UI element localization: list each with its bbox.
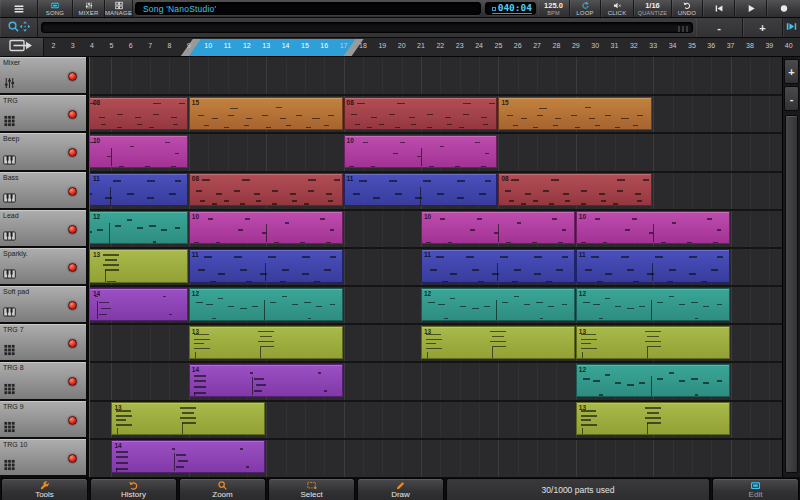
- track-header-trg-8[interactable]: TRG 8: [0, 362, 86, 400]
- part-marker-tool-button[interactable]: [0, 38, 44, 56]
- clip-part-13[interactable]: 13: [111, 402, 265, 435]
- clip-part-08[interactable]: 08: [344, 97, 498, 130]
- clip-part-13[interactable]: 13: [421, 326, 575, 359]
- edit-button[interactable]: Edit: [712, 478, 799, 500]
- note-mark: [371, 166, 375, 168]
- clip-part-08[interactable]: 08: [90, 97, 188, 130]
- clip-part-10[interactable]: 10: [576, 211, 730, 244]
- undo-button[interactable]: UNDO: [672, 0, 703, 17]
- clip-part-10[interactable]: 10: [421, 211, 575, 244]
- clip-part-11[interactable]: 11: [421, 249, 575, 282]
- zoom-out-button[interactable]: -: [696, 18, 743, 37]
- clip-part-08[interactable]: 08: [189, 173, 343, 206]
- note-mark: [218, 273, 225, 275]
- click-button[interactable]: CLICK: [601, 0, 634, 17]
- clip-part-11[interactable]: 11: [189, 249, 343, 282]
- clip-part-12[interactable]: 12: [576, 288, 730, 321]
- manage-button[interactable]: MANAGE: [105, 0, 133, 17]
- clip-part-10[interactable]: 10: [90, 135, 188, 168]
- clip-part-14[interactable]: 14: [189, 364, 343, 397]
- zoom-in-button[interactable]: +: [743, 18, 783, 37]
- note-mark: [165, 142, 170, 144]
- follow-playhead-button[interactable]: [783, 18, 800, 37]
- record-button[interactable]: [767, 0, 800, 17]
- track-header-trg[interactable]: TRG: [0, 95, 86, 133]
- clip-part-13[interactable]: 13: [189, 326, 343, 359]
- clip-part-11[interactable]: 11: [576, 249, 730, 282]
- record-arm-led[interactable]: [68, 339, 77, 348]
- note-mark: [260, 347, 261, 359]
- tool-history-button[interactable]: History: [90, 478, 177, 500]
- record-arm-led[interactable]: [68, 416, 77, 425]
- track-header-bass[interactable]: Bass: [0, 172, 86, 210]
- record-arm-led[interactable]: [68, 187, 77, 196]
- clip-part-11[interactable]: 11: [344, 173, 498, 206]
- note-mark: [184, 434, 193, 435]
- track-header-sparkly-[interactable]: Sparkly.: [0, 248, 86, 286]
- track-header-lead[interactable]: Lead: [0, 210, 86, 248]
- tool-zoom-button[interactable]: Zoom: [179, 478, 266, 500]
- loop-button[interactable]: LOOP: [570, 0, 601, 17]
- track-zoom-out-button[interactable]: -: [784, 86, 799, 111]
- clip-part-14[interactable]: 14: [90, 288, 188, 321]
- track-zoom-in-button[interactable]: +: [784, 59, 799, 84]
- clip-part-08[interactable]: 08: [498, 173, 652, 206]
- record-arm-led[interactable]: [68, 301, 77, 310]
- record-arm-led[interactable]: [68, 225, 77, 234]
- record-arm-led[interactable]: [68, 377, 77, 386]
- track-header-soft-pad[interactable]: Soft pad: [0, 286, 86, 324]
- piano-keys-icon: [3, 306, 16, 318]
- parts-used-status: 30/1000 parts used: [446, 478, 710, 500]
- record-arm-led[interactable]: [68, 263, 77, 272]
- note-mark: [426, 339, 442, 341]
- clip-part-12[interactable]: 12: [421, 288, 575, 321]
- track-header-trg-7[interactable]: TRG 7: [0, 324, 86, 362]
- note-mark: [490, 331, 506, 333]
- vertical-scroll-thumb[interactable]: [785, 115, 798, 473]
- rewind-to-start-button[interactable]: [703, 0, 735, 17]
- menu-button[interactable]: [0, 0, 38, 17]
- clip-part-11[interactable]: 11: [90, 173, 188, 206]
- tool-draw-button[interactable]: Draw: [357, 478, 444, 500]
- note-mark: [274, 242, 279, 244]
- note-mark: [514, 269, 521, 271]
- horizontal-zoom-scrollbar[interactable]: [41, 22, 693, 33]
- clip-part-12[interactable]: 12: [576, 364, 730, 397]
- track-header-trg-10[interactable]: TRG 10: [0, 439, 86, 477]
- clip-part-10[interactable]: 10: [189, 211, 343, 244]
- note-mark: [363, 142, 368, 144]
- clip-part-10[interactable]: 10: [344, 135, 498, 168]
- record-arm-led[interactable]: [68, 454, 77, 463]
- note-mark: [537, 115, 543, 117]
- bpm-button[interactable]: 125.0 BPM: [538, 0, 570, 17]
- tool-select-button[interactable]: Select: [268, 478, 355, 500]
- play-button[interactable]: [735, 0, 767, 17]
- quantize-button[interactable]: 1/16 QUANTIZE: [634, 0, 672, 17]
- note-mark: [117, 127, 122, 129]
- track-header-mixer[interactable]: Mixer: [0, 57, 86, 95]
- record-arm-led[interactable]: [68, 72, 77, 81]
- clip-part-12[interactable]: 12: [189, 288, 343, 321]
- vertical-scrollbar[interactable]: + -: [782, 57, 800, 477]
- note-mark: [562, 304, 567, 306]
- track-header-trg-9[interactable]: TRG 9: [0, 401, 86, 439]
- record-arm-led[interactable]: [68, 110, 77, 119]
- loop-region[interactable]: [189, 39, 356, 56]
- song-button[interactable]: SONG: [38, 0, 73, 17]
- clip-part-13[interactable]: 13: [90, 249, 188, 282]
- tool-tools-button[interactable]: Tools: [1, 478, 88, 500]
- clip-lane[interactable]: 0815081510101108110812101010131111111412…: [90, 57, 782, 477]
- clip-part-12[interactable]: 12: [90, 211, 188, 244]
- clip-part-14[interactable]: 14: [111, 440, 265, 473]
- mixer-button[interactable]: MIXER: [73, 0, 105, 17]
- clip-part-15[interactable]: 15: [189, 97, 343, 130]
- track-header-beep[interactable]: Beep: [0, 133, 86, 171]
- note-mark: [615, 382, 621, 384]
- clip-part-15[interactable]: 15: [498, 97, 652, 130]
- record-arm-led[interactable]: [68, 148, 77, 157]
- note-mark: [196, 190, 202, 192]
- zoom-pan-tool-button[interactable]: [0, 18, 38, 37]
- bar-ruler[interactable]: 2345678910111213141516171819202122232425…: [44, 38, 800, 56]
- clip-part-13[interactable]: 13: [576, 326, 730, 359]
- clip-part-13[interactable]: 13: [576, 402, 730, 435]
